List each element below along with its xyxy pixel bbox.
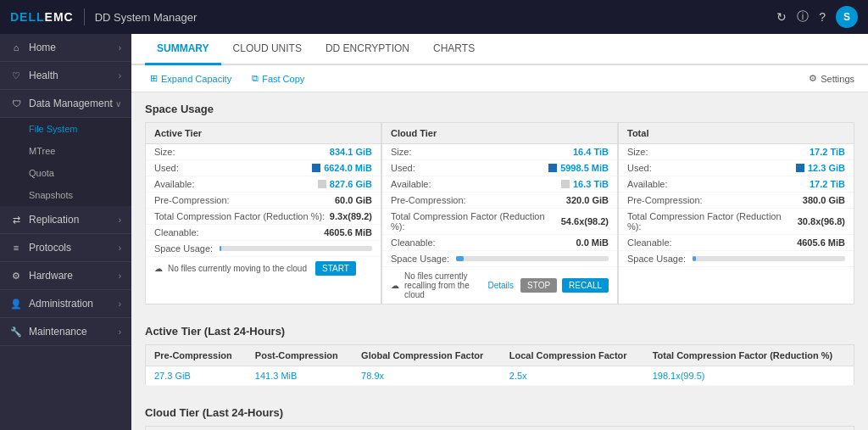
total-compression-row: Total Compression Factor (Reduction %): … [619, 209, 854, 235]
copy-icon: ⧉ [252, 73, 259, 84]
tabs-bar: SUMMARY CLOUD UNITS DD ENCRYPTION CHARTS [131, 34, 868, 65]
logo: DELLEMC [10, 10, 74, 24]
sidebar-item-maintenance[interactable]: 🔧 Maintenance › [0, 318, 131, 346]
sidebar-label-health: Health [29, 70, 58, 81]
header-divider [84, 8, 85, 25]
fast-copy-button[interactable]: ⧉ Fast Copy [247, 70, 309, 87]
cloud-tier-24h-table: Pre-Compression Post-Compression Global … [145, 426, 854, 430]
active-col-global: Global Compression Factor [353, 345, 501, 366]
refresh-icon[interactable]: ↻ [776, 10, 787, 24]
active-available-row: Available: 827.6 GiB [146, 176, 381, 193]
settings-icon: ⚙ [809, 73, 817, 84]
home-icon: ⌂ [10, 42, 22, 53]
total-available-row: Available: 17.2 TiB [619, 176, 854, 193]
fast-copy-label: Fast Copy [262, 74, 304, 84]
sidebar-item-protocols[interactable]: ≡ Protocols › [0, 234, 131, 262]
settings-button[interactable]: ⚙ Settings [809, 73, 854, 84]
tab-charts[interactable]: CHARTS [421, 34, 487, 65]
sidebar-item-replication[interactable]: ⇄ Replication › [0, 206, 131, 234]
total-size-row: Size: 17.2 TiB [619, 144, 854, 160]
avatar[interactable]: S [836, 6, 858, 28]
total-progress-bar [693, 256, 845, 261]
space-usage-grid: Active Tier Size: 834.1 GiB Used: 6624.0… [145, 122, 854, 304]
chevron-right-icon: › [119, 327, 121, 337]
active-progress-fill [220, 246, 221, 251]
cloud-used-box [548, 164, 557, 172]
sidebar-item-health[interactable]: ♡ Health › [0, 62, 131, 90]
total-used-box [796, 164, 804, 172]
active-precomp-row: Pre-Compression: 60.0 GiB [146, 193, 381, 209]
active-cloud-status-text: No files currently moving to the cloud [168, 264, 307, 273]
sidebar-item-quota[interactable]: Quota [0, 162, 131, 184]
cloud-icon: ☁ [154, 264, 163, 273]
cloud-recall-status: ☁ No files currently recalling from the … [382, 267, 617, 304]
toolbar-left: ⊞ Expand Capacity ⧉ Fast Copy [145, 70, 309, 87]
details-link[interactable]: Details [487, 281, 514, 290]
help-icon[interactable]: ? [819, 10, 826, 24]
sidebar-label-home: Home [29, 42, 56, 53]
settings-label: Settings [821, 74, 854, 84]
expand-capacity-label: Expand Capacity [161, 74, 231, 84]
active-col-post: Post-Compression [247, 345, 353, 366]
expand-capacity-button[interactable]: ⊞ Expand Capacity [145, 70, 236, 87]
sidebar-label-replication: Replication [29, 214, 79, 226]
sidebar: ⌂ Home › ♡ Health › 🛡 Data Management ∨ … [0, 34, 131, 430]
sidebar-label-maintenance: Maintenance [29, 326, 87, 338]
cloud-tier-24h-section: Cloud Tier (Last 24-Hours) Pre-Compressi… [131, 396, 868, 430]
sidebar-item-home[interactable]: ⌂ Home › [0, 34, 131, 62]
active-col-pre: Pre-Compression [146, 345, 247, 366]
info-icon[interactable]: ⓘ [797, 9, 809, 25]
tab-cloud-units[interactable]: CLOUD UNITS [221, 34, 314, 65]
hardware-icon: ⚙ [10, 270, 22, 282]
recall-button[interactable]: RECALL [562, 278, 609, 293]
cloud-col-pre: Pre-Compression [146, 427, 247, 431]
sidebar-item-data-management[interactable]: 🛡 Data Management ∨ [0, 90, 131, 118]
toolbar: ⊞ Expand Capacity ⧉ Fast Copy ⚙ Settings [131, 65, 868, 92]
tab-summary[interactable]: SUMMARY [145, 34, 221, 65]
top-header: DELLEMC DD System Manager ↻ ⓘ ? S [0, 0, 868, 34]
space-usage-section: Space Usage Active Tier Size: 834.1 GiB … [131, 92, 868, 315]
active-compression-row: Total Compression Factor (Reduction %): … [146, 209, 381, 225]
cloud-precomp-row: Pre-Compression: 320.0 GiB [382, 193, 617, 209]
cloud-size-row: Size: 16.4 TiB [382, 144, 617, 160]
chevron-right-icon: › [119, 215, 121, 225]
sidebar-item-administration[interactable]: 👤 Administration › [0, 290, 131, 318]
total-cleanable-row: Cleanable: 4605.6 MiB [619, 235, 854, 251]
sidebar-item-mtree[interactable]: MTree [0, 140, 131, 162]
stop-button[interactable]: STOP [520, 278, 557, 293]
logo-emc: EMC [45, 10, 74, 24]
active-tier-24h-title: Active Tier (Last 24-Hours) [145, 325, 854, 338]
chevron-down-icon: ∨ [115, 99, 121, 109]
app-title: DD System Manager [95, 11, 198, 24]
cloud-col-total: Total Compression Factor (Reduction %) [644, 427, 854, 431]
tab-dd-encryption[interactable]: DD ENCRYPTION [314, 34, 421, 65]
cloud-compression-row: Total Compression Factor (Reduction %): … [382, 209, 617, 235]
sidebar-item-file-system[interactable]: File System [0, 118, 131, 140]
active-used-row: Used: 6624.0 MiB [146, 160, 381, 176]
total-header: Total [619, 123, 854, 144]
active-local-val: 2.5x [501, 366, 644, 386]
total-used-row: Used: 12.3 GiB [619, 160, 854, 176]
maintenance-icon: 🔧 [10, 326, 22, 338]
cloud-recall-icon: ☁ [391, 281, 399, 290]
active-tier-header: Active Tier [146, 123, 381, 144]
active-spaceusage-row: Space Usage: [146, 241, 381, 257]
cloud-available-row: Available: 16.3 TiB [382, 176, 617, 193]
protocols-icon: ≡ [10, 242, 22, 254]
active-col-total: Total Compression Factor (Reduction %) [644, 345, 854, 366]
available-box [318, 180, 326, 188]
shield-icon: 🛡 [10, 98, 22, 109]
chevron-right-icon: › [119, 299, 121, 309]
active-pre-val: 27.3 GiB [146, 366, 247, 386]
sidebar-item-snapshots[interactable]: Snapshots [0, 184, 131, 206]
content-area: SUMMARY CLOUD UNITS DD ENCRYPTION CHARTS… [131, 34, 868, 430]
start-button[interactable]: START [315, 261, 356, 276]
main-layout: ⌂ Home › ♡ Health › 🛡 Data Management ∨ … [0, 34, 868, 430]
cloud-col-post: Post-Compression [247, 427, 353, 431]
sidebar-item-hardware[interactable]: ⚙ Hardware › [0, 262, 131, 290]
cloud-tier-header: Cloud Tier [382, 123, 617, 144]
cloud-col-local: Local Compression Factor [501, 427, 644, 431]
sidebar-label-data-management: Data Management [29, 98, 113, 109]
sidebar-label-hardware: Hardware [29, 270, 73, 282]
cloud-spaceusage-row: Space Usage: [382, 251, 617, 267]
